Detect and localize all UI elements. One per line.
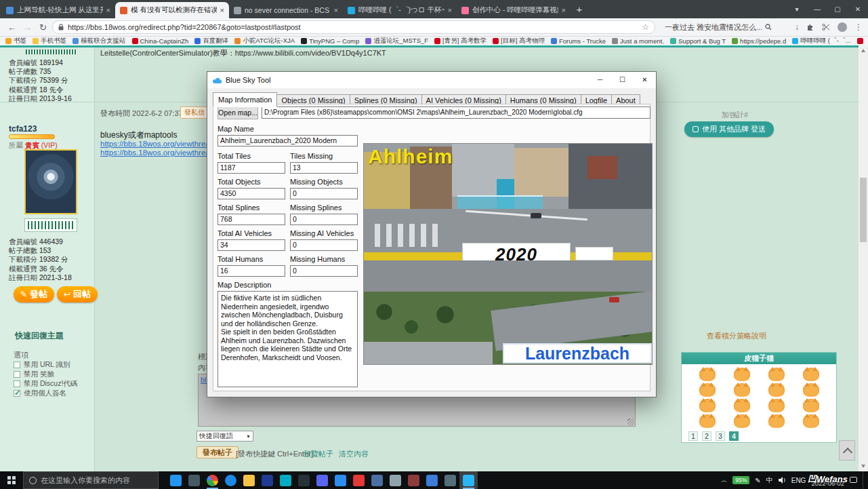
stat-value-field[interactable]: 34 <box>218 239 285 251</box>
url-input[interactable]: https://bbs.18wos.org/redirect.php?tid=2… <box>52 20 655 34</box>
capture-scissors-icon[interactable] <box>822 23 830 31</box>
reply-button[interactable]: ↩ 回帖 <box>57 286 98 302</box>
taskbar-search-box[interactable]: 在这里输入你要搜索的内容 <box>23 471 159 489</box>
post-link[interactable]: https://bbs.18wos.org/viewthrea... <box>100 140 216 148</box>
download-icon[interactable]: ↓ <box>795 22 799 32</box>
reload-icon[interactable]: ↻ <box>37 22 49 33</box>
taskbar-app-icon[interactable] <box>441 471 459 489</box>
menu-dots-icon[interactable]: ⋮ <box>854 22 863 32</box>
tab-close-icon[interactable]: × <box>106 6 110 14</box>
show-desktop-strip[interactable] <box>863 471 866 489</box>
bookmark-item[interactable]: 书签 <box>5 37 26 45</box>
checkbox-icon[interactable] <box>14 371 20 378</box>
bookmark-item[interactable]: [青另] 高考数学 <box>434 37 487 45</box>
ime-indicator[interactable]: 中 <box>766 475 773 485</box>
language-indicator[interactable]: ENG <box>791 477 806 484</box>
preview-post-link[interactable]: 預覽帖子 <box>304 449 333 459</box>
action-center-icon[interactable] <box>850 477 857 484</box>
profile-avatar[interactable] <box>838 22 847 32</box>
bookmark-item[interactable]: https://pedepe.d <box>732 37 786 45</box>
dialog-close-button[interactable]: ✕ <box>634 72 656 88</box>
map-description-field[interactable]: Die fiktive Karte ist im südlichen Niede… <box>218 291 358 387</box>
smilies-page-button[interactable]: 2 <box>702 431 711 441</box>
cat-emoticon[interactable] <box>699 399 716 412</box>
bookmark-item[interactable]: 百度翻译 <box>194 37 228 45</box>
quick-reply-option[interactable]: 使用個人簽名 <box>14 389 77 398</box>
smilies-page-button[interactable]: 1 <box>688 431 698 441</box>
hot-search[interactable]: 一夜过去 雅安地震情况怎么... <box>665 22 772 33</box>
cat-emoticon[interactable] <box>803 368 819 381</box>
cat-emoticon[interactable] <box>734 414 750 428</box>
cat-emoticon[interactable] <box>803 383 819 397</box>
stat-value-field[interactable]: 13 <box>290 162 358 174</box>
cat-emoticon[interactable] <box>699 368 716 381</box>
dialog-tab[interactable]: Map Information <box>213 92 277 107</box>
bookmark-item[interactable]: 哔哩哔哩 (゜-゜... <box>792 37 850 45</box>
cat-emoticon[interactable] <box>768 368 785 381</box>
resize-grip[interactable] <box>627 418 634 425</box>
taskbar-app-icon[interactable] <box>276 471 295 489</box>
cat-emoticon[interactable] <box>803 399 819 412</box>
extension-puzzle-icon[interactable] <box>806 23 814 31</box>
cat-emoticon[interactable] <box>768 399 785 412</box>
new-post-button[interactable]: ✎ 發帖 <box>14 286 54 302</box>
bookmark-star-icon[interactable]: ☆ <box>642 22 649 32</box>
forward-icon[interactable]: → <box>21 22 34 33</box>
cat-emoticon[interactable] <box>699 383 716 397</box>
smilies-page-button[interactable]: 3 <box>716 431 725 441</box>
checkbox-icon[interactable] <box>14 390 20 397</box>
pen-icon[interactable]: ✎ <box>755 477 760 484</box>
cat-emoticon[interactable] <box>768 414 785 428</box>
bookmark-item[interactable]: Just a moment. <box>612 37 664 45</box>
taskbar-app-icon[interactable] <box>258 471 276 489</box>
taskbar-app-icon[interactable] <box>423 471 441 489</box>
cat-emoticon[interactable] <box>803 414 819 428</box>
stat-value-field[interactable]: 0 <box>290 265 358 277</box>
back-to-top-button[interactable] <box>839 440 855 461</box>
bookmark-item[interactable]: [目标] 高考物理 <box>493 37 545 45</box>
cat-emoticon[interactable] <box>768 383 785 397</box>
new-tab-button[interactable]: + <box>571 2 588 18</box>
bookmark-item[interactable]: China-CaptainZh <box>132 37 189 45</box>
tab-search-icon[interactable]: ▾ <box>787 5 807 13</box>
browser-tab[interactable]: 创作中心 - 哔哩哔哩弹幕视频网 - ( × <box>457 2 571 18</box>
browser-tab[interactable]: 上网导航-轻快上网 从这里开始 × <box>1 2 115 18</box>
dialog-title-bar[interactable]: Blue Sky Tool ─ ☐ ✕ <box>207 72 656 88</box>
tab-close-icon[interactable]: × <box>562 6 566 14</box>
tab-close-icon[interactable]: × <box>220 6 224 14</box>
battery-indicator[interactable]: 95% <box>732 476 749 484</box>
bookmark-item[interactable]: TinyPNG – Comp <box>301 37 359 45</box>
browser-tab[interactable]: no sever connection - BCS Suppor... × <box>229 2 343 18</box>
credit-policy-link[interactable]: 查看積分策略說明 <box>707 331 766 341</box>
window-maximize-button[interactable]: ▢ <box>827 5 848 13</box>
taskbar-app-icon[interactable] <box>368 471 386 489</box>
scroll-down-arrow[interactable] <box>861 465 865 468</box>
quick-reply-option[interactable]: 禁用 URL 識別 <box>14 360 77 370</box>
taskbar-app-icon[interactable] <box>240 471 258 489</box>
taskbar-app-icon[interactable] <box>313 471 331 489</box>
member-avatar[interactable] <box>24 149 77 214</box>
tab-close-icon[interactable]: × <box>334 6 338 14</box>
checkbox-icon[interactable] <box>14 361 20 368</box>
hidden-icons-chevron[interactable]: ︿ <box>721 476 727 485</box>
quick-reply-option[interactable]: 禁用 Discuz!代碼 <box>14 379 77 389</box>
bookmark-item[interactable]: 手机书签 <box>33 37 66 45</box>
cat-emoticon[interactable] <box>734 368 750 381</box>
dialog-maximize-button[interactable]: ☐ <box>611 72 634 88</box>
scrollbar-thumb[interactable] <box>860 178 867 242</box>
window-close-button[interactable]: ✕ <box>848 5 868 13</box>
cat-emoticon[interactable] <box>734 383 750 397</box>
taskbar-app-icon[interactable] <box>185 471 203 489</box>
taskbar-app-icon[interactable] <box>203 471 222 489</box>
checkbox-icon[interactable] <box>14 380 20 387</box>
scroll-up-arrow[interactable] <box>861 49 865 52</box>
stat-value-field[interactable]: 0 <box>290 239 358 251</box>
smilies-page-button[interactable]: 4 <box>729 431 739 441</box>
taskbar-app-icon[interactable] <box>331 471 350 489</box>
stat-value-field[interactable]: 0 <box>290 188 358 199</box>
taskbar-app-icon[interactable] <box>295 471 313 489</box>
map-name-field[interactable]: Ahlheim_Laurenzbach_2020 Modern <box>218 135 358 146</box>
stat-value-field[interactable]: 0 <box>290 214 358 225</box>
map-path-field[interactable]: D:\Program Files (x86)\steamapps\common\… <box>262 106 650 119</box>
bookmark-item[interactable]: 小驼ATC论坛-XJA <box>234 37 295 45</box>
